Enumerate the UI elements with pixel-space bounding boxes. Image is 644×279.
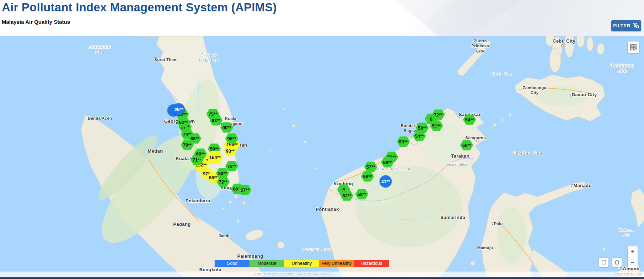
aqi-marker-good[interactable]: 41** bbox=[380, 176, 392, 187]
page-title: Air Pollutant Index Management System (A… bbox=[2, 1, 277, 14]
basemap-grid-icon bbox=[630, 44, 637, 51]
page-header: Air Pollutant Index Management System (A… bbox=[0, 0, 644, 36]
legend-item-hazardous: Hazardous bbox=[354, 260, 389, 267]
home-button[interactable] bbox=[612, 258, 622, 267]
legend-item-good: Good bbox=[215, 260, 249, 267]
zoom-controls: + − bbox=[628, 246, 638, 268]
basemap-button[interactable] bbox=[628, 42, 639, 53]
filter-button-label: FILTER bbox=[613, 23, 630, 28]
filter-search-icon bbox=[633, 23, 639, 29]
fullscreen-button[interactable] bbox=[599, 258, 608, 267]
legend-item-unhealthy: Unhealthy bbox=[284, 260, 319, 267]
map-canvas[interactable] bbox=[0, 36, 644, 277]
filter-button[interactable]: FILTER bbox=[611, 20, 641, 31]
zoom-out-button[interactable]: − bbox=[628, 257, 638, 268]
home-icon bbox=[614, 259, 620, 265]
attribution-bar bbox=[0, 272, 644, 277]
aqi-legend: GoodModerateUnhealthyVery UnhealthyHazar… bbox=[215, 260, 389, 267]
expand-icon bbox=[601, 259, 607, 265]
aqi-marker-good[interactable]: 25** bbox=[173, 104, 185, 115]
bottom-bar bbox=[0, 277, 644, 279]
page-subtitle: Malaysia Air Quality Status bbox=[2, 19, 70, 25]
legend-item-moderate: Moderate bbox=[249, 260, 284, 267]
basemap bbox=[0, 36, 644, 277]
legend-item-very-unhealthy: Very Unhealthy bbox=[319, 260, 354, 267]
zoom-in-button[interactable]: + bbox=[628, 246, 638, 257]
